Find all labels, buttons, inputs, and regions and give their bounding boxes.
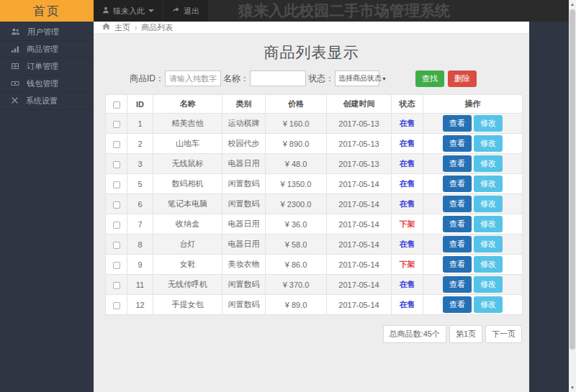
edit-button[interactable]: 修改 [474, 296, 503, 313]
main-area: 用户管理 商品管理 订单管理 钱包管理 [0, 22, 569, 392]
brand-home[interactable]: 首页 [0, 0, 94, 22]
cell-created: 2017-05-14 [327, 234, 392, 255]
cell-status: 在售 [392, 114, 423, 134]
cell-name: 女鞋 [153, 255, 222, 275]
row-checkbox[interactable] [113, 242, 120, 249]
product-id-label: 商品ID： [130, 73, 164, 85]
cell-status: 下架 [392, 214, 423, 234]
next-page-button[interactable]: 下一页 [485, 325, 522, 343]
cell-price: ¥ 1350.0 [266, 174, 327, 194]
status-select[interactable]: 选择商品状态 ▼ [335, 70, 379, 86]
table-row: 3无线鼠标电器日用¥ 48.02017-05-13在售查看修改 [106, 154, 523, 174]
cell-id: 2 [127, 134, 153, 154]
cell-operations: 查看修改 [423, 114, 523, 134]
sidebar-item-wallet[interactable]: 钱包管理 [0, 76, 94, 93]
row-checkbox[interactable] [113, 181, 120, 188]
cell-select [106, 134, 127, 154]
edit-button[interactable]: 修改 [474, 256, 503, 273]
cell-select [106, 275, 127, 295]
row-checkbox[interactable] [113, 262, 120, 269]
cell-status: 在售 [392, 194, 423, 214]
cell-select [106, 174, 127, 194]
row-checkbox[interactable] [113, 201, 120, 209]
status-badge: 在售 [400, 280, 415, 288]
cell-status: 在售 [392, 275, 423, 295]
user-menu-label: 猿来入此 [113, 6, 145, 17]
status-badge: 在售 [400, 179, 415, 188]
name-input[interactable] [250, 70, 306, 86]
cell-id: 5 [127, 174, 153, 194]
cell-operations: 查看修改 [423, 234, 523, 255]
view-button[interactable]: 查看 [443, 216, 472, 232]
view-button[interactable]: 查看 [443, 276, 472, 293]
cell-select [106, 194, 127, 214]
view-button[interactable]: 查看 [443, 176, 472, 192]
user-menu[interactable]: 猿来入此 [94, 0, 163, 22]
cell-operations: 查看修改 [423, 154, 523, 174]
logout-button[interactable]: 退出 [163, 0, 209, 22]
scrollbar-thumb[interactable] [570, 9, 575, 350]
row-checkbox[interactable] [113, 121, 120, 128]
cell-name: 台灯 [153, 234, 222, 255]
row-checkbox[interactable] [113, 302, 120, 309]
edit-button[interactable]: 修改 [474, 115, 503, 132]
sidebar-item-label: 钱包管理 [27, 78, 58, 89]
select-all-checkbox[interactable] [113, 101, 120, 109]
view-button[interactable]: 查看 [443, 236, 472, 252]
view-button[interactable]: 查看 [443, 135, 472, 152]
cell-name: 手提女包 [153, 295, 222, 315]
row-checkbox[interactable] [113, 141, 120, 148]
view-button[interactable]: 查看 [443, 155, 472, 172]
cell-operations: 查看修改 [423, 255, 523, 275]
product-id-input[interactable] [165, 70, 221, 86]
delete-button[interactable]: 删除 [448, 70, 477, 87]
row-checkbox[interactable] [113, 161, 120, 168]
cell-id: 8 [127, 234, 153, 255]
scroll-down-icon[interactable]: ▼ [569, 383, 576, 392]
content-panel: 主页 › 商品列表 商品列表显示 商品ID： 名称： 状态： 选择商品状态 ▼ [94, 22, 529, 392]
user-icon [102, 6, 109, 15]
table-icon [11, 62, 19, 72]
breadcrumb-home[interactable]: 主页 [114, 22, 130, 33]
sidebar-item-users[interactable]: 用户管理 [0, 24, 94, 41]
edit-button[interactable]: 修改 [474, 236, 503, 252]
product-table: ID名称类别价格创建时间状态操作 1精美吉他运动棋牌¥ 160.02017-05… [105, 94, 523, 315]
cell-price: ¥ 48.0 [266, 154, 327, 174]
breadcrumb: 主页 › 商品列表 [94, 22, 529, 34]
col-header-3: 价格 [266, 95, 327, 114]
view-button[interactable]: 查看 [443, 296, 472, 313]
edit-button[interactable]: 修改 [474, 216, 503, 232]
view-button[interactable]: 查看 [443, 196, 472, 212]
cell-category: 闲置数码 [222, 295, 266, 315]
status-badge: 下架 [400, 219, 415, 228]
view-button[interactable]: 查看 [443, 256, 472, 273]
sidebar-item-products[interactable]: 商品管理 [0, 41, 94, 58]
edit-button[interactable]: 修改 [474, 135, 503, 152]
sidebar-item-label: 订单管理 [27, 61, 58, 72]
search-button[interactable]: 查找 [415, 70, 444, 87]
edit-button[interactable]: 修改 [474, 276, 503, 293]
row-checkbox[interactable] [113, 282, 120, 289]
status-badge: 在售 [400, 240, 415, 248]
edit-button[interactable]: 修改 [474, 155, 503, 172]
cell-price: ¥ 36.0 [266, 214, 327, 234]
cell-category: 电器日用 [222, 214, 266, 234]
row-checkbox[interactable] [113, 222, 120, 229]
edit-button[interactable]: 修改 [474, 176, 503, 192]
edit-button[interactable]: 修改 [474, 196, 503, 212]
cell-price: ¥ 86.0 [266, 255, 327, 275]
cell-operations: 查看修改 [423, 214, 523, 234]
content-body: 商品列表显示 商品ID： 名称： 状态： 选择商品状态 ▼ 查找 删除 [94, 34, 529, 392]
cell-select [106, 295, 127, 315]
status-badge: 在售 [400, 139, 415, 147]
scroll-up-icon[interactable]: ▲ [569, 0, 576, 9]
sidebar-item-orders[interactable]: 订单管理 [0, 58, 94, 76]
table-body: 1精美吉他运动棋牌¥ 160.02017-05-13在售查看修改2山地车校园代步… [106, 114, 523, 315]
status-badge: 在售 [400, 119, 415, 127]
sidebar-item-settings[interactable]: 系统设置 [0, 93, 94, 110]
current-page-button[interactable]: 第1页 [449, 325, 482, 343]
scrollbar[interactable]: ▲ ▼ [569, 0, 576, 392]
cell-status: 在售 [392, 174, 423, 194]
cell-category: 运动棋牌 [222, 114, 266, 134]
view-button[interactable]: 查看 [443, 115, 472, 132]
